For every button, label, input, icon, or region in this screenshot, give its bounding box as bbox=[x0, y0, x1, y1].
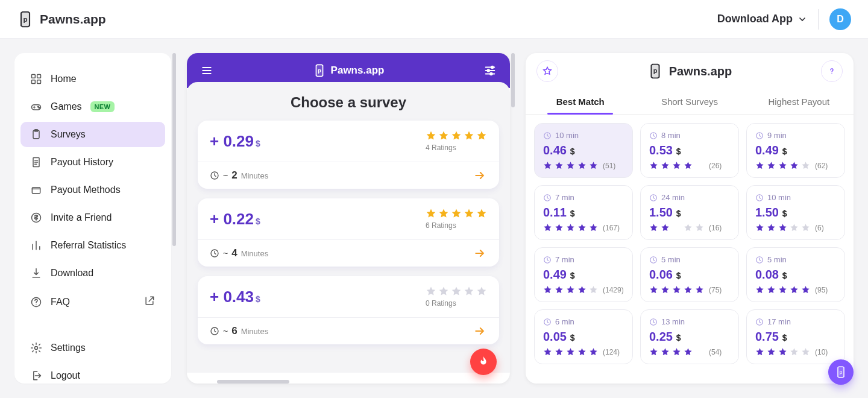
card-reward: 0.05 $ bbox=[543, 330, 624, 344]
sidebar-item-payout-history[interactable]: Payout History bbox=[20, 150, 165, 175]
survey-grid-card[interactable]: 7 min 0.49 $ (1429) bbox=[534, 247, 633, 302]
survey-grid-card[interactable]: 5 min 0.08 $ (95) bbox=[746, 247, 845, 302]
app-header: Pawns.app Download App D bbox=[0, 0, 868, 39]
survey-duration: ~6Minutes bbox=[210, 325, 268, 337]
sidebar-item-label: Payout History bbox=[51, 157, 113, 168]
star-outline-icon bbox=[542, 66, 553, 77]
survey-grid-card[interactable]: 10 min 0.46 $ (51) bbox=[534, 123, 633, 178]
sidebar-item-download[interactable]: Download bbox=[20, 261, 165, 286]
hot-surveys-fab[interactable] bbox=[470, 349, 497, 375]
star-icon bbox=[755, 223, 764, 232]
download-app-label: Download App bbox=[717, 13, 793, 25]
chevron-down-icon bbox=[797, 14, 807, 24]
arrow-right-icon[interactable] bbox=[473, 325, 487, 337]
star-icon bbox=[672, 161, 681, 170]
star-icon bbox=[543, 223, 552, 232]
star-icon bbox=[589, 285, 598, 294]
svg-point-18 bbox=[487, 69, 489, 72]
card-duration: 13 min bbox=[649, 317, 730, 326]
help-button[interactable] bbox=[821, 60, 843, 82]
survey-card[interactable]: + 0.22$ 6 Ratings ~4Minutes bbox=[198, 198, 499, 267]
survey-grid-panel: Pawns.app Best MatchShort SurveysHighest… bbox=[526, 53, 854, 384]
star-icon bbox=[755, 347, 764, 356]
survey-grid-card[interactable]: 5 min 0.06 $ (75) bbox=[640, 247, 739, 302]
star-icon bbox=[695, 285, 704, 294]
survey-grid-card[interactable]: 24 min 1.50 $ (16) bbox=[640, 185, 739, 240]
sidebar-item-logout[interactable]: Logout bbox=[20, 363, 165, 388]
sidebar-item-home[interactable]: Home bbox=[20, 66, 165, 92]
star-icon bbox=[589, 347, 598, 356]
svg-rect-2 bbox=[32, 75, 36, 78]
scrollbar[interactable] bbox=[511, 53, 515, 107]
survey-grid-card[interactable]: 6 min 0.05 $ (124) bbox=[534, 309, 633, 364]
card-reward: 0.11 $ bbox=[543, 206, 624, 220]
survey-grid-card[interactable]: 8 min 0.53 $ (26) bbox=[640, 123, 739, 178]
tab-best-match[interactable]: Best Match bbox=[526, 89, 635, 114]
star-icon bbox=[555, 347, 564, 356]
card-reward: 0.46 $ bbox=[543, 144, 624, 157]
avatar-initial: D bbox=[837, 14, 844, 25]
sidebar-item-surveys[interactable]: Surveys bbox=[20, 122, 165, 147]
svg-rect-12 bbox=[32, 188, 40, 194]
sidebar: HomeGamesNEWSurveysPayout HistoryPayout … bbox=[14, 53, 171, 384]
support-fab[interactable] bbox=[828, 359, 854, 385]
clock-icon bbox=[755, 131, 764, 140]
question-icon bbox=[827, 66, 837, 76]
survey-grid-card[interactable]: 7 min 0.11 $ (167) bbox=[534, 185, 633, 240]
sidebar-item-payout-methods[interactable]: Payout Methods bbox=[20, 177, 165, 203]
star-half-icon bbox=[695, 347, 704, 356]
sidebar-item-invite-a-friend[interactable]: Invite a Friend bbox=[20, 205, 165, 230]
clock-icon bbox=[210, 326, 219, 336]
sidebar-item-faq[interactable]: FAQ bbox=[20, 288, 165, 316]
clock-icon bbox=[755, 318, 764, 326]
survey-duration: ~2Minutes bbox=[210, 169, 268, 182]
card-reward: 0.06 $ bbox=[649, 268, 730, 282]
survey-card[interactable]: + 0.29$ 4 Ratings ~2Minutes bbox=[198, 121, 499, 189]
scrollbar-horizontal[interactable] bbox=[187, 380, 510, 384]
star-icon bbox=[790, 347, 799, 356]
svg-point-20 bbox=[831, 73, 832, 74]
download-app-button[interactable]: Download App bbox=[717, 13, 807, 25]
star-icon bbox=[767, 347, 776, 356]
scrollbar[interactable] bbox=[172, 53, 176, 246]
card-duration: 8 min bbox=[649, 131, 730, 140]
survey-ratings-count: 4 Ratings bbox=[426, 144, 487, 152]
star-icon bbox=[684, 347, 693, 356]
star-icon bbox=[661, 285, 670, 294]
tab-highest-payout[interactable]: Highest Payout bbox=[744, 89, 854, 114]
arrow-right-icon[interactable] bbox=[473, 247, 487, 259]
clock-icon bbox=[543, 131, 552, 140]
svg-rect-4 bbox=[32, 80, 36, 84]
star-icon bbox=[684, 223, 693, 232]
star-icon bbox=[672, 347, 681, 356]
brand-name: Pawns.app bbox=[40, 12, 106, 27]
favorites-button[interactable] bbox=[536, 60, 558, 82]
download-icon bbox=[30, 267, 42, 279]
card-rating: (1429) bbox=[543, 285, 624, 294]
survey-grid-card[interactable]: 9 min 0.49 $ (62) bbox=[746, 123, 845, 178]
sidebar-item-settings[interactable]: Settings bbox=[20, 335, 165, 361]
menu-icon[interactable] bbox=[199, 65, 215, 77]
sidebar-item-games[interactable]: GamesNEW bbox=[20, 94, 165, 119]
filter-icon[interactable] bbox=[482, 64, 498, 77]
clock-icon bbox=[649, 131, 658, 140]
star-icon bbox=[577, 223, 587, 232]
user-avatar[interactable]: D bbox=[829, 8, 851, 30]
star-icon bbox=[566, 347, 575, 356]
tab-short-surveys[interactable]: Short Surveys bbox=[635, 89, 744, 114]
card-reward: 0.75 $ bbox=[755, 330, 836, 344]
arrow-right-icon[interactable] bbox=[473, 169, 487, 182]
survey-grid-card[interactable]: 13 min 0.25 $ (54) bbox=[640, 309, 739, 364]
survey-grid-card[interactable]: 17 min 0.75 $ (10) bbox=[746, 309, 845, 364]
card-duration: 9 min bbox=[755, 131, 836, 140]
sidebar-item-label: Settings bbox=[51, 343, 86, 353]
star-icon bbox=[684, 285, 693, 294]
card-rating: (16) bbox=[649, 223, 730, 232]
survey-grid-card[interactable]: 10 min 1.50 $ (6) bbox=[746, 185, 845, 240]
star-icon bbox=[790, 285, 799, 294]
star-icon bbox=[426, 286, 436, 297]
sidebar-item-referral-statistics[interactable]: Referral Statistics bbox=[20, 233, 165, 258]
star-icon bbox=[543, 285, 552, 294]
star-icon bbox=[426, 130, 436, 141]
survey-card[interactable]: + 0.43$ 0 Ratings ~6Minutes bbox=[198, 276, 499, 344]
